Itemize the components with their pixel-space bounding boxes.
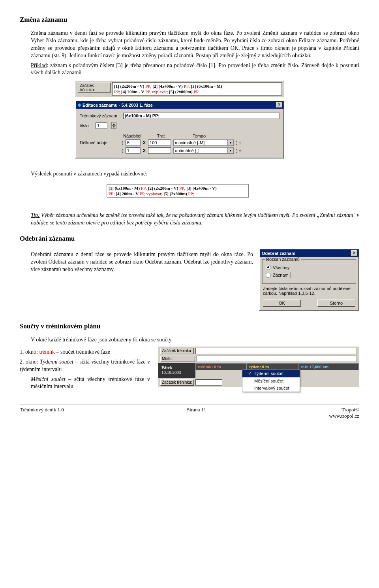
para-odebrani: Odebrání záznamu z denní fáze se provede…: [31, 251, 253, 273]
groupbox-rozsah: Rozsah záznamů Všechny Záznam: [262, 259, 356, 284]
menu-mesicni[interactable]: Měsíční součet: [242, 377, 300, 384]
misto-button[interactable]: Místo:: [160, 356, 195, 362]
para-priklad: Příklad: záznam s pořadovým číslem [3] j…: [31, 62, 359, 77]
close-icon[interactable]: ×: [276, 102, 282, 108]
close-icon[interactable]: ×: [351, 250, 357, 256]
radio-zaznam[interactable]: Záznam: [266, 272, 353, 278]
item-okno1: 1. okno: trénink – součet tréninkové fáz…: [20, 349, 150, 356]
zacatek-button-2[interactable]: Začátek tréninku:: [160, 379, 194, 386]
storno-button[interactable]: Storno: [317, 300, 355, 307]
field-mult-1[interactable]: 6: [126, 139, 141, 146]
heading-zmena-zaznamu: Změna záznamu: [20, 16, 359, 24]
menu-intervalovy[interactable]: Intervalový součet: [242, 384, 300, 392]
col-nasobitel: Násobitel: [123, 134, 141, 138]
plan-bar: Začátek tréninku: [1] (2x200m - V) PP; […: [75, 81, 284, 97]
remove-titlebar: Odebrat záznam ×: [260, 249, 358, 257]
soucty-panel: Začátek tréninku: Místo: Pátek 10.10.200…: [158, 346, 359, 387]
cell-rok: rok: 17,600 km: [298, 363, 359, 370]
col-trat: Trať: [157, 134, 165, 138]
app-icon: ◆: [78, 102, 81, 107]
ok-button[interactable]: OK: [263, 300, 301, 307]
context-menu: ✓Týdenní součet Měsíční součet Intervalo…: [242, 369, 300, 392]
dropdown-tempo-2[interactable]: optimálně [ ]: [173, 147, 234, 154]
menu-tydenni[interactable]: ✓Týdenní součet: [242, 370, 300, 377]
radio-icon: [266, 265, 271, 270]
para-vysledek: Výsledek posunutí v záznamech vypadá nás…: [31, 170, 359, 178]
zacatek-button[interactable]: Začátek tréninku:: [160, 348, 194, 354]
label-trenzaznam: Tréninkový záznam: [80, 113, 119, 118]
hint-text: Zadejte čísla nebo rozsah záznamů odděle…: [260, 286, 358, 298]
heading-soucty: Součty v tréninkovém plánu: [20, 322, 359, 330]
label-cislo: číslo: [80, 123, 92, 128]
para-soucty: V okně každé tréninkové fáze jsou zobraz…: [31, 336, 359, 344]
zacatek-button[interactable]: Začátek tréninku:: [78, 83, 111, 93]
radio-icon: [266, 273, 271, 278]
field-zaznam-range[interactable]: [291, 272, 333, 278]
heading-odebrani: Odebrání záznamu: [20, 235, 359, 243]
field-mult-2[interactable]: 1: [126, 147, 141, 154]
editor-window: ◆ Editace záznamu - 5.4.2003 1. fáze × T…: [75, 100, 284, 158]
radio-vsechny[interactable]: Všechny: [266, 265, 353, 270]
check-icon: ✓: [248, 371, 251, 376]
dropdown-tempo-1[interactable]: maximálně [-M]: [173, 139, 234, 146]
item-okno3: Měsíční součet – sčítá všechny tréninkov…: [31, 376, 150, 391]
priklad-label: Příklad: [31, 62, 47, 68]
footer-center: Strana 11: [187, 407, 206, 419]
col-tempo: Tempo: [193, 134, 206, 138]
cell-trenink: trénink: 0 m: [195, 363, 247, 370]
field-trenzaznam[interactable]: (6x100m - M) PP;: [123, 113, 280, 119]
editor-titlebar: ◆ Editace záznamu - 5.4.2003 1. fáze ×: [76, 101, 283, 109]
para-zmena: Změna záznamu v denní fázi se provede kl…: [31, 30, 359, 60]
label-delkove: Délkové údaje: [80, 140, 119, 145]
remove-dialog: Odebrat záznam × Rozsah záznamů Všechny …: [259, 249, 359, 311]
footer-right2: www.tropol.cz: [329, 413, 359, 419]
field-trat-1[interactable]: 100: [148, 139, 171, 146]
page-footer: Tréninkový deník 1.0 Strana 11 Tropol© w…: [20, 405, 359, 419]
spin-up-icon[interactable]: ▲: [112, 122, 116, 126]
item-okno2: 2. okno: Týdenní součet – sčítá všechny …: [20, 358, 150, 373]
date-cell: Pátek 10.10.2003: [158, 363, 195, 378]
field-cislo[interactable]: 1: [96, 122, 107, 129]
spin-down-icon[interactable]: ▼: [112, 126, 116, 128]
result-box: [1] (6x100m - M) PP; [2] (2x200m - V) PP…: [107, 184, 249, 198]
footer-right1: Tropol©: [341, 407, 359, 413]
footer-left: Tréninkový deník 1.0: [20, 407, 64, 419]
para-tip: Tip: Výběr záznamu určenému ke změně lze…: [31, 212, 359, 227]
